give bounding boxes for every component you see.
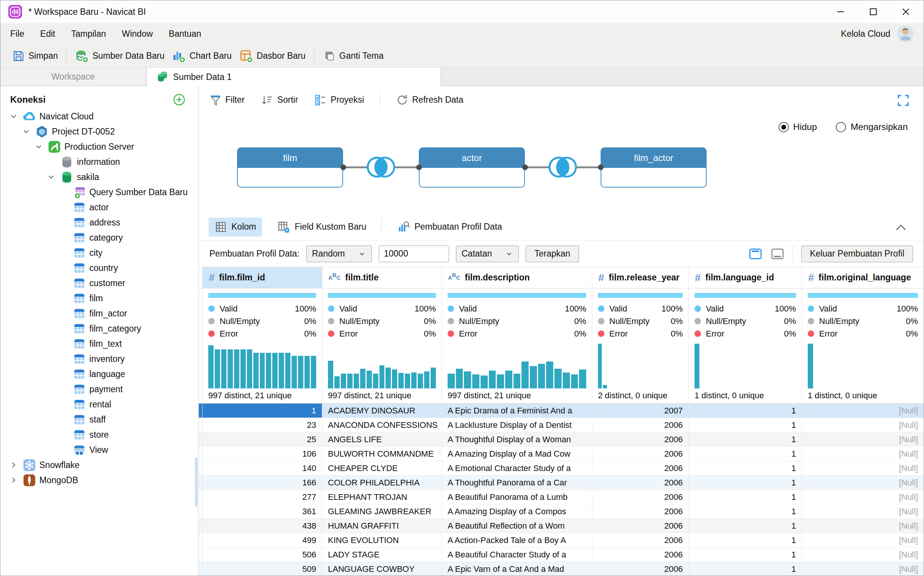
refresh-data-button[interactable]: Refresh Data (396, 94, 463, 106)
tree-item-country[interactable]: country (0, 260, 198, 275)
cell-film.release_year[interactable]: 2006 (592, 461, 689, 475)
cell-film.original_language[interactable]: [Null] (802, 447, 924, 461)
cell-film.description[interactable]: A Thoughtful Panorama of a Car (442, 475, 592, 490)
table-row[interactable]: 106BULWORTH COMMANDMEA Amazing Display o… (199, 447, 924, 461)
tab-kolom[interactable]: Kolom (209, 218, 262, 237)
new-data-source-button[interactable]: Sumber Data Baru (71, 49, 168, 63)
radio-mengarsipkan[interactable]: Mengarsipkan (836, 122, 908, 132)
cell-film.title[interactable]: GLEAMING JAWBREAKER (322, 504, 442, 518)
limit-input[interactable]: 10000 (379, 246, 449, 262)
cell-film.film_id[interactable]: 140 (203, 461, 322, 475)
cell-film.title[interactable]: ACADEMY DINOSAUR (322, 403, 442, 418)
cell-film.title[interactable]: ANGELS LIFE (322, 432, 442, 446)
cell-film.description[interactable]: A Amazing Display of a Mad Cow (442, 447, 592, 461)
column-header-film.description[interactable]: ABCfilm.description (442, 267, 592, 288)
join-icon[interactable] (546, 154, 579, 182)
cell-film.original_language[interactable]: [Null] (802, 562, 924, 576)
tree-item-category[interactable]: category (0, 230, 198, 245)
cell-film.description[interactable]: A Amazing Display of a Compos (442, 504, 592, 518)
table-row[interactable]: 438HUMAN GRAFFITIA Beautiful Reflection … (199, 519, 924, 533)
sampling-select[interactable]: Random (306, 246, 372, 262)
cell-film.film_id[interactable]: 277 (203, 490, 322, 504)
cell-film.film_id[interactable]: 361 (203, 504, 322, 518)
table-row[interactable]: 499KING EVOLUTIONA Action-Packed Tale of… (199, 533, 924, 547)
cell-film.release_year[interactable]: 2006 (592, 447, 689, 461)
maximize-button[interactable] (868, 7, 878, 17)
table-row[interactable]: 506LADY STAGEA Beautiful Character Study… (199, 547, 924, 562)
cell-film.film_id[interactable]: 506 (203, 547, 322, 562)
tree-item-film-category[interactable]: film_category (0, 321, 198, 336)
cell-film.title[interactable]: KING EVOLUTION (322, 533, 442, 547)
close-button[interactable] (901, 7, 911, 17)
cell-film.original_language[interactable]: [Null] (802, 504, 924, 518)
cell-film.language_id[interactable]: 1 (689, 403, 802, 418)
filter-button[interactable]: Filter (209, 94, 245, 106)
tree-item-inventory[interactable]: inventory (0, 351, 198, 366)
exit-profiling-button[interactable]: Keluar Pembuatan Profil (801, 246, 913, 262)
cell-film.description[interactable]: A Beautiful Character Study of a (442, 547, 592, 562)
cell-film.description[interactable]: A Action-Packed Tale of a Boy A (442, 533, 592, 547)
cell-film.title[interactable]: HUMAN GRAFFITI (322, 519, 442, 533)
entity-actor[interactable]: actor (419, 147, 525, 187)
radio-hidup[interactable]: Hidup (779, 122, 817, 132)
cell-film.description[interactable]: A Epic Drama of a Feminist And a (442, 403, 592, 418)
column-header-film.language_id[interactable]: #film.language_id (689, 267, 802, 288)
tab-sumber-data-1[interactable]: Sumber Data 1 (146, 68, 441, 86)
cell-film.original_language[interactable]: [Null] (802, 418, 924, 432)
column-header-film.title[interactable]: ABCfilm.title (322, 267, 442, 288)
data-profiling-button[interactable]: Pembuatan Profil Data (391, 217, 508, 237)
tree-item-customer[interactable]: customer (0, 275, 198, 291)
cell-film.film_id[interactable]: 509 (203, 562, 322, 576)
tree-item-store[interactable]: store (0, 427, 198, 442)
cell-film.description[interactable]: A Thoughtful Display of a Woman (442, 432, 592, 446)
tree-item-film[interactable]: film (0, 291, 198, 306)
minimize-button[interactable] (836, 7, 846, 17)
column-header-film.original_language[interactable]: #film.original_language (802, 267, 924, 288)
cell-film.language_id[interactable]: 1 (689, 490, 802, 504)
cell-film.release_year[interactable]: 2006 (592, 533, 689, 547)
cell-film.release_year[interactable]: 2006 (592, 519, 689, 533)
cell-film.title[interactable]: LANGUAGE COWBOY (322, 562, 442, 576)
table-row[interactable]: 277ELEPHANT TROJANA Beautiful Panorama o… (199, 490, 924, 504)
cell-film.release_year[interactable]: 2006 (592, 432, 689, 446)
cell-film.title[interactable]: ELEPHANT TROJAN (322, 490, 442, 504)
cell-film.release_year[interactable]: 2006 (592, 504, 689, 518)
save-button[interactable]: Simpan (9, 50, 62, 62)
cell-film.title[interactable]: ANACONDA CONFESSIONS (322, 418, 442, 432)
cell-film.language_id[interactable]: 1 (689, 475, 802, 490)
cell-film.original_language[interactable]: [Null] (802, 519, 924, 533)
cell-film.original_language[interactable]: [Null] (802, 432, 924, 446)
table-row[interactable]: 23ANACONDA CONFESSIONSA Lacklusture Disp… (199, 418, 924, 432)
kelola-cloud-button[interactable]: Kelola Cloud (841, 29, 890, 39)
new-custom-field-button[interactable]: Field Kustom Baru (271, 217, 372, 237)
menu-file[interactable]: File (10, 29, 24, 39)
cell-film.language_id[interactable]: 1 (689, 447, 802, 461)
table-row[interactable]: 166COLOR PHILADELPHIAA Thoughtful Panora… (199, 475, 924, 490)
join-icon[interactable] (365, 154, 397, 182)
tree-item-information[interactable]: information (0, 154, 198, 170)
chevron-down-icon[interactable] (33, 142, 44, 152)
cell-film.release_year[interactable]: 2006 (592, 490, 689, 504)
cell-film.title[interactable]: BULWORTH COMMANDME (322, 447, 442, 461)
menu-tampilan[interactable]: Tampilan (71, 29, 106, 39)
tree-item-view[interactable]: View (0, 442, 198, 458)
tree-item-language[interactable]: language (0, 366, 198, 382)
new-dashboard-button[interactable]: Dasbor Baru (236, 49, 310, 63)
cell-film.description[interactable]: A Epic Varn of a Cat And a Mad (442, 562, 592, 576)
sort-button[interactable]: Sortir (260, 94, 298, 106)
cell-film.description[interactable]: A Beautiful Reflection of a Wom (442, 519, 592, 533)
tab-workspace[interactable]: Workspace (0, 68, 146, 86)
column-header-film.film_id[interactable]: #film.film_id (203, 267, 322, 288)
cell-film.release_year[interactable]: 2006 (592, 547, 689, 562)
cell-film.language_id[interactable]: 1 (689, 547, 802, 562)
profile-top-view-icon[interactable] (748, 248, 762, 260)
tree-item-city[interactable]: city (0, 245, 198, 260)
cell-film.release_year[interactable]: 2007 (592, 403, 689, 418)
cell-film.original_language[interactable]: [Null] (802, 475, 924, 490)
tree-item-project-dt-0052[interactable]: Project DT-0052 (0, 124, 198, 139)
tree-item-sakila[interactable]: sakila (0, 170, 198, 184)
collapse-panel-icon[interactable] (895, 223, 907, 234)
chevron-down-icon[interactable] (21, 126, 32, 136)
cell-film.description[interactable]: A Beautiful Panorama of a Lumb (442, 490, 592, 504)
cell-film.language_id[interactable]: 1 (689, 519, 802, 533)
